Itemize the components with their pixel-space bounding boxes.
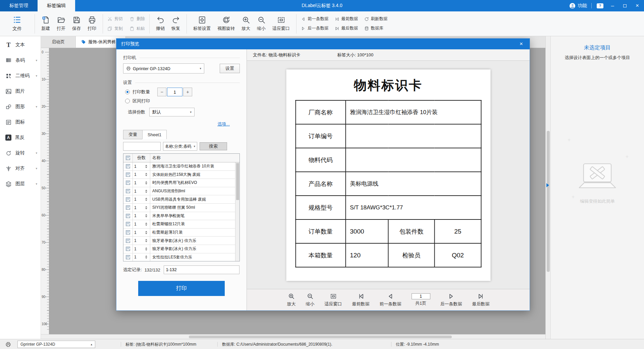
tab-variable[interactable]: 变量 [123,130,143,139]
record-range-input[interactable] [164,265,239,274]
row-checkbox[interactable] [126,214,130,218]
record-row[interactable]: 1狼牙避孕套(冰火) 倍力乐 [123,245,235,253]
functions-button[interactable]: 功能 [570,3,587,9]
copies-select[interactable]: 默认 ▾ [149,108,195,116]
printer-settings-button[interactable]: 设置 [220,64,240,73]
copies-spinner[interactable] [145,173,149,176]
tool-barcode[interactable]: 条码▾ [0,53,41,68]
row-checkbox[interactable] [126,181,130,185]
copies-spinner[interactable] [145,198,149,201]
preview-next-data-button[interactable]: 后一条数据 [440,293,462,307]
search-field-select[interactable]: 名称;分类;条码 ▾ [163,142,197,151]
undo-button[interactable]: 撤销 [153,13,168,35]
select-all-checkbox[interactable] [126,156,130,160]
zoom-in-button[interactable]: 放大 [238,13,254,35]
row-checkbox[interactable] [126,164,130,168]
row-checkbox[interactable] [126,197,130,202]
row-checkbox[interactable] [126,255,130,259]
copy-button[interactable]: 复制 [107,26,123,32]
row-checkbox[interactable] [126,239,130,243]
table-scroll-thumb[interactable] [236,163,239,200]
record-row[interactable]: 1USB男用器具专用加温棒 废媱 [123,195,235,204]
record-row[interactable]: 1时尚便携男用飞机杯EVO [123,179,235,187]
record-row[interactable]: 1实体娃娃热巴158大胸 废媱 [123,171,235,179]
maximize-button[interactable] [621,0,629,11]
record-row[interactable]: 1杜蕾斯超薄3只装 [123,229,235,237]
tool-invert[interactable]: A黑反 [0,130,41,145]
tool-text[interactable]: T文本 [0,37,41,53]
preview-last-data-button[interactable]: 最后数据 [472,293,490,307]
copies-spinner[interactable] [145,222,149,226]
panel-collapse-arrow[interactable] [546,183,549,187]
new-button[interactable]: 新建 [38,13,53,35]
database-button[interactable]: 数据库 [364,26,388,31]
vertical-scrollbar[interactable] [545,36,550,339]
search-button[interactable]: 搜索 [200,142,227,150]
help-button[interactable]: ? [596,0,604,11]
tool-align[interactable]: 对齐▾ [0,161,41,176]
cut-button[interactable]: 剪切 [107,16,123,22]
quantity-minus-button[interactable]: − [157,88,166,96]
tool-rotate[interactable]: 旋转▾ [0,145,41,161]
copies-spinner[interactable] [145,239,149,242]
tool-image[interactable]: 图片 [0,84,41,99]
record-row[interactable]: 1女性拉拉LES套倍力乐 [123,253,235,261]
record-row[interactable]: 1SIYI润滑啫喱 丝翼 50ml [123,204,235,212]
refresh-data-button[interactable]: 刷新数据 [364,16,388,22]
options-link[interactable]: 选项... [123,121,230,127]
preview-zoom-in-button[interactable]: 放大 [287,293,296,307]
copies-spinner[interactable] [145,231,149,234]
label-settings-button[interactable]: 标签设置 [190,13,214,35]
first-data-button[interactable]: 最前数据 [335,16,358,22]
redo-button[interactable]: 恢复 [168,13,183,35]
printer-select[interactable]: Gprinter GP-1324D ▾ [123,63,204,73]
save-button[interactable]: 保存 [69,13,84,35]
copies-spinner[interactable] [145,247,149,251]
copies-spinner[interactable] [145,206,149,209]
tool-icon-library[interactable]: 图标 [0,114,41,130]
search-input[interactable] [123,142,161,151]
row-checkbox[interactable] [126,222,130,226]
copies-spinner[interactable] [145,255,149,259]
copies-spinner[interactable] [145,165,149,168]
open-button[interactable]: 打开 [53,13,69,35]
range-print-radio[interactable] [125,99,130,103]
dialog-close-icon[interactable]: × [518,41,525,47]
tool-shape[interactable]: 图形▾ [0,99,41,114]
next-data-button[interactable]: 后一条数据 [301,26,329,31]
fit-window-button[interactable]: 适应窗口 [269,13,293,35]
close-button[interactable]: × [633,0,641,11]
record-row[interactable]: 1米奥早早孕检测笔 [123,212,235,220]
minimize-button[interactable]: ─ [608,0,616,11]
preview-prev-data-button[interactable]: 前一条数据 [380,293,401,307]
horizontal-scrollbar[interactable] [41,334,545,339]
record-row[interactable]: 1狼牙避孕套(冰火) 倍力乐 [123,237,235,245]
prev-data-button[interactable]: 前一条数据 [301,16,329,22]
tool-qrcode[interactable]: 二维码▾ [0,68,41,84]
row-checkbox[interactable] [126,247,130,251]
record-row[interactable]: 1雅润海洁卫生湿巾红袖添香 10片装 [123,162,235,171]
last-data-button[interactable]: 最后数据 [335,26,358,31]
preview-fit-window-button[interactable]: 适应窗口 [325,293,342,307]
copies-spinner[interactable] [145,181,149,185]
tab-label-edit[interactable]: 标签编辑 [38,0,75,11]
vertical-scroll-thumb[interactable] [547,131,550,272]
delete-button[interactable]: 删除 [129,16,145,22]
row-checkbox[interactable] [126,172,130,177]
tool-layer[interactable]: 图层▾ [0,176,41,192]
zoom-out-button[interactable]: 缩小 [254,13,269,35]
horizontal-scroll-thumb[interactable] [189,336,452,338]
row-checkbox[interactable] [126,189,130,193]
preview-first-data-button[interactable]: 最前数据 [352,293,370,307]
print-button[interactable]: 打印 [138,281,225,296]
copies-spinner[interactable] [145,190,149,193]
print-quantity-radio[interactable] [125,90,130,94]
paste-button[interactable]: 粘贴 [129,26,145,32]
dialog-titlebar[interactable]: 打印预览 × [116,39,530,49]
view-rotate-button[interactable]: 视图旋转 [214,13,238,35]
quantity-plus-button[interactable]: + [183,88,192,96]
record-row[interactable]: 1ANGUS润滑剂8ml [123,187,235,196]
page-number-input[interactable] [412,293,430,299]
copies-spinner[interactable] [145,214,149,217]
tab-start-page[interactable]: 启动页 [41,36,76,48]
